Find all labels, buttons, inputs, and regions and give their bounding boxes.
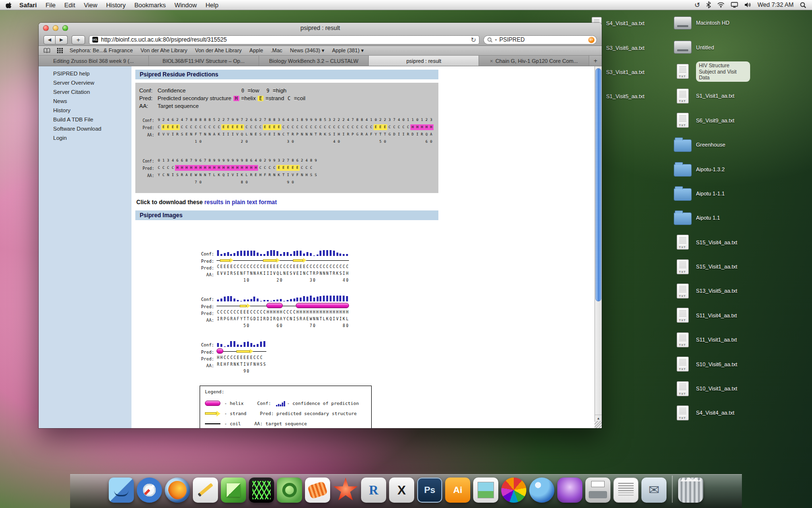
dock-protein-viewer-icon[interactable] [305,478,330,503]
dock-textedit-icon[interactable] [613,478,638,503]
bluetooth-icon[interactable] [706,1,711,8]
bookmark-item[interactable]: .Mac [271,47,282,54]
download-results-link[interactable]: results in plain text format [204,199,277,206]
new-tab-button[interactable]: + [589,56,602,66]
desktop-file[interactable]: S6_Visit9_aa.txt [673,108,804,133]
dock-mathematica-icon[interactable] [333,478,358,503]
tab-active[interactable]: psipred : result [369,56,479,66]
scroll-up-button[interactable]: ▲ [595,415,602,421]
spotlight-icon[interactable] [800,2,806,8]
time-machine-icon[interactable]: ↺ [694,1,700,8]
window-resize-grip[interactable] [594,421,602,428]
sidebar-link[interactable]: History [39,105,131,115]
sidebar-link[interactable]: Login [39,133,131,142]
apple-menu-icon[interactable] [6,1,12,9]
dock-sketch-app-icon[interactable] [193,478,218,503]
dock-firefox-icon[interactable] [165,478,190,503]
desktop-file[interactable]: S3_Visit1_aa.txt [592,60,674,84]
desktop-folder[interactable]: Aipotu 1.1 [673,206,804,230]
menu-history[interactable]: History [102,1,130,9]
dock-trash-icon[interactable] [678,478,703,503]
tab-label: Biology WorkBench 3.2 – CLUSTALW [269,58,359,64]
desktop-file[interactable]: S10_Visit1_aa.txt [673,376,804,401]
snapback-icon[interactable]: ↩ [588,37,594,43]
menu-edit[interactable]: Edit [60,1,79,9]
desktop-file[interactable]: S4_Visit4_aa.txt [673,401,804,425]
dock-x11-icon[interactable]: X [389,478,414,503]
desktop-file[interactable]: S3_Visit6_aa.txt [592,35,674,60]
menu-help[interactable]: Help [201,1,223,9]
menu-app-name[interactable]: Safari [15,1,41,9]
desktop-file[interactable]: S1_Visit1_aa.txt [673,84,804,108]
desktop-file[interactable]: HIV Structure Subject and Visit Data [673,60,804,84]
dock-illustrator-icon[interactable]: Ai [445,478,470,503]
address-bar[interactable]: UCL http://bioinf.cs.ucl.ac.uk:80/psipre… [89,35,479,45]
desktop-file[interactable]: S11_Visit4_aa.txt [673,303,804,328]
bookmark-item[interactable]: Von der Ahe Library [195,47,242,54]
bookmark-item[interactable]: Sephora: Be...& Fragrance [70,47,133,54]
title-bar[interactable]: psipred : result [39,23,602,33]
dock-r-app-icon[interactable]: R [361,478,386,503]
dock-molecule-viewer-icon[interactable] [277,478,302,503]
desktop-folder[interactable]: Greenhouse [673,133,804,157]
dock-aipotu-icon[interactable] [221,478,246,503]
volume-icon[interactable] [744,2,751,8]
tab-close-icon[interactable]: × [490,58,493,64]
sidebar-link[interactable]: Build A TDB File [39,115,131,124]
desktop-file[interactable]: S15_Visit4_aa.txt [673,230,804,254]
menu-window[interactable]: Window [170,1,201,9]
show-all-bookmarks-icon[interactable] [44,48,50,53]
bookmark-item[interactable]: Apple (381) ▾ [332,47,363,54]
tab-inactive[interactable]: Biology WorkBench 3.2 – CLUSTALW [259,56,369,66]
dock-google-earth-icon[interactable] [529,478,554,503]
back-button[interactable]: ◀ [44,35,56,45]
desktop-file[interactable]: S11_Visit1_aa.txt [673,328,804,352]
desktop-file[interactable]: S13_Visit5_aa.txt [673,279,804,303]
sidebar-link[interactable]: Server Overview [39,78,131,87]
dock-finder-icon[interactable] [109,478,134,503]
search-engine-chevron-icon[interactable]: ▾ [495,38,497,42]
folder-icon [674,139,692,152]
desktop-file[interactable]: S4_Visit1_aa.txt [592,11,674,35]
vertical-scrollbar[interactable]: ▲ ▼ [594,66,602,428]
forward-button[interactable]: ▶ [56,35,68,45]
desktop-file[interactable]: S15_Visit1_aa.txt [673,254,804,279]
tab-inactive[interactable]: ×Chain G, Hiv-1 Gp120 Core Com... [479,56,589,66]
desktop-file[interactable]: S1_Visit5_aa.txt [592,84,674,108]
dock-kaleidoscope-app-icon[interactable] [501,478,526,503]
dock-printer-icon[interactable] [585,478,610,503]
display-icon[interactable] [731,2,738,8]
menu-clock[interactable]: Wed 7:32 AM [757,1,794,8]
bookmark-item[interactable]: Apple [249,47,263,54]
scrollbar-thumb[interactable] [595,68,601,301]
tab-inactive[interactable]: Editing Zrusso Biol 368 week 9 (... [39,56,149,66]
bookmark-item[interactable]: Von der Ahe Library [141,47,188,54]
menu-file[interactable]: File [41,1,60,9]
tab-inactive[interactable]: BIOL368/F11:HIV Structure – Op... [149,56,259,66]
sidebar-link[interactable]: Server Citation [39,87,131,96]
dock-mail-icon[interactable]: ✉ [641,478,667,503]
reload-icon[interactable]: ↻ [471,37,476,43]
add-bookmark-button[interactable]: + [72,35,85,45]
menu-bookmarks[interactable]: Bookmarks [130,1,170,9]
file-label: Aipotu 1-1.1 [696,191,725,196]
pred-cartoon-row: Pred: [197,347,590,355]
dock-safari-icon[interactable] [137,478,162,503]
dock-graphing-app-icon[interactable] [557,478,582,503]
desktop-folder[interactable]: Aipotu 1-1.1 [673,181,804,206]
menu-view[interactable]: View [80,1,102,9]
top-sites-icon[interactable] [57,48,63,53]
sidebar-link[interactable]: Software Download [39,124,131,133]
desktop-file[interactable]: S10_Visit6_aa.txt [673,352,804,376]
wifi-icon[interactable] [717,2,725,8]
dock-iphoto-icon[interactable] [473,478,498,503]
desktop-volume[interactable]: Macintosh HD [673,11,804,35]
dock-dna-app-icon[interactable] [249,478,274,503]
sidebar-link[interactable]: News [39,96,131,105]
search-field[interactable]: ▾ PSIPRED ↩ [483,35,597,45]
bookmark-item[interactable]: News (3463) ▾ [290,47,324,54]
desktop-volume[interactable]: Untitled [673,35,804,59]
dock-photoshop-icon[interactable]: Ps [417,478,442,503]
sidebar-link[interactable]: PSIPRED help [39,69,131,78]
desktop-folder[interactable]: Aipotu-1.3.2 [673,157,804,181]
